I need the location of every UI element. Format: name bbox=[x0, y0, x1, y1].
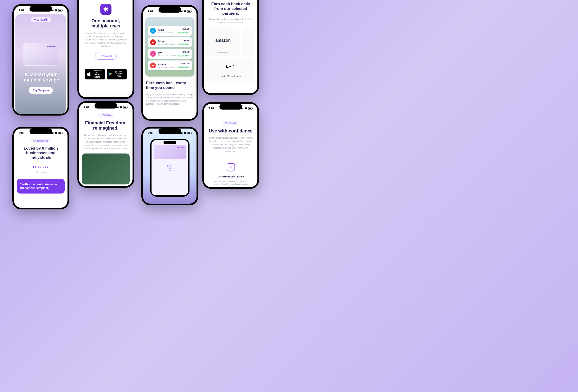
buy-template-button[interactable]: Buy Template bbox=[29, 87, 53, 94]
feature-title: LossGuard Assurance bbox=[218, 175, 244, 178]
transaction-row[interactable]: ●TargetAugust 8, 2023 • Sunday-$6.99Cash… bbox=[147, 37, 192, 47]
status-time: 7:09 bbox=[19, 9, 24, 12]
ai-tag: ✦ Arrival AI bbox=[97, 113, 114, 117]
svg-rect-6 bbox=[62, 10, 63, 11]
notch bbox=[30, 6, 52, 11]
star-icons: ★★★★★ bbox=[38, 166, 49, 169]
transaction-row[interactable]: ●AirbnbAugust 26, 2023 • Saturday-$262.2… bbox=[147, 60, 192, 70]
cashback-body: Enjoy up to 10% cash back on all spendin… bbox=[143, 93, 196, 105]
testimonials-title: Loved by 6 million businesses and indivi… bbox=[18, 146, 63, 160]
transaction-list: ●AT&TJuly 21, 2023 • Monday-$85.70Cash b… bbox=[145, 17, 194, 77]
notch bbox=[30, 129, 52, 134]
phone-hero: 7:09 ✦ arrival® Kickstart your financial… bbox=[12, 4, 69, 116]
phone-onboarding: ✱ One account, multiple uses Discover th… bbox=[77, 0, 134, 99]
ai-photo bbox=[82, 154, 130, 184]
svg-rect-30 bbox=[181, 132, 182, 134]
onboarding-title: One account, multiple uses bbox=[91, 18, 120, 29]
nested-brand: arrival® bbox=[177, 147, 184, 149]
merchant-icon: ● bbox=[150, 62, 156, 68]
ai-title: Financial Freedom, reimagined. bbox=[85, 120, 127, 131]
svg-rect-23 bbox=[117, 107, 118, 108]
shield-plus-icon: + bbox=[227, 163, 235, 172]
nike-logo bbox=[226, 65, 236, 68]
svg-rect-38 bbox=[243, 107, 243, 109]
svg-rect-10 bbox=[182, 10, 183, 12]
ai-body: Our advanced AI-powered tool, Arrival AI… bbox=[83, 134, 128, 150]
get-started-button[interactable]: Get started bbox=[95, 53, 117, 60]
rating: 4.9 ★★★★★ bbox=[33, 166, 49, 169]
notch bbox=[95, 103, 117, 109]
google-play-button[interactable]: GET IT ONGoogle Play bbox=[107, 69, 127, 80]
svg-rect-27 bbox=[128, 107, 128, 108]
svg-rect-20 bbox=[62, 133, 63, 134]
merchant-icon: ● bbox=[150, 28, 156, 34]
partners-body: Browse the app for an expanding selectio… bbox=[204, 16, 257, 24]
svg-rect-26 bbox=[124, 107, 126, 108]
transaction-row[interactable]: ●LyftAugust 19, 2023 • Thursday-$28.80Ca… bbox=[147, 49, 192, 59]
testimonials-tag: 💬 Testimonials bbox=[30, 138, 51, 143]
security-body: Millions of individuals and businesses u… bbox=[208, 136, 253, 153]
svg-rect-41 bbox=[252, 108, 253, 109]
app-store-button[interactable]: Download on theApp Store bbox=[85, 69, 105, 80]
partners-title: Earn cash back daily from our selected p… bbox=[204, 2, 257, 16]
feature-body: We guarantee full coverage for all direc… bbox=[208, 180, 253, 187]
card-visual bbox=[23, 43, 58, 66]
notch bbox=[219, 104, 242, 110]
phone-security: 7:09 🛡 Security Use with confidence Mill… bbox=[202, 102, 259, 189]
svg-rect-37 bbox=[242, 108, 242, 109]
svg-rect-13 bbox=[192, 11, 192, 12]
svg-rect-9 bbox=[181, 11, 182, 12]
phone-partners: Earn cash back daily from our selected p… bbox=[202, 0, 259, 95]
svg-rect-33 bbox=[188, 132, 190, 134]
hero-title: Kickstart your financial voyage bbox=[22, 72, 59, 83]
security-tag: 🛡 Security bbox=[223, 121, 239, 126]
partner-card-amazon[interactable]: amazon % cash back bbox=[206, 28, 240, 56]
svg-rect-2 bbox=[52, 10, 53, 11]
security-title: Use with confidence bbox=[209, 128, 253, 133]
svg-rect-24 bbox=[118, 106, 118, 108]
svg-rect-12 bbox=[188, 11, 190, 12]
notch bbox=[158, 129, 181, 134]
svg-rect-16 bbox=[52, 132, 53, 134]
check-icon: ✓ bbox=[167, 164, 172, 169]
svg-rect-5 bbox=[59, 10, 61, 11]
svg-rect-40 bbox=[249, 108, 251, 109]
amazon-logo: amazon bbox=[215, 38, 231, 43]
cashback-title: Earn cash back every time you spend bbox=[143, 81, 196, 90]
svg-rect-31 bbox=[182, 132, 183, 134]
phone-ai: 7:09 ✦ Arrival AI Financial Freedom, rei… bbox=[77, 101, 134, 188]
phone-testimonials: 7:09 💬 Testimonials Loved by 6 million b… bbox=[12, 127, 69, 209]
transaction-row[interactable]: ●AT&TJuly 21, 2023 • Monday-$85.70Cash b… bbox=[147, 26, 192, 36]
partner-card-nike[interactable]: Up to 8% cash back bbox=[206, 59, 255, 83]
notch bbox=[158, 7, 181, 13]
brand-pill: ✦ arrival® bbox=[31, 17, 50, 22]
merchant-icon: ● bbox=[150, 40, 156, 45]
reviews-count: 10K+ reviews bbox=[35, 171, 47, 174]
onboarding-body: Discover the convenience of comprehensiv… bbox=[83, 32, 128, 48]
status-icons bbox=[50, 9, 63, 11]
testimonial-card: "Without a doubt, Arrival is the fastest… bbox=[17, 179, 65, 194]
phone-cashback: 7:09 ●AT&TJuly 21, 2023 • Monday-$85.70C… bbox=[142, 5, 198, 121]
svg-rect-3 bbox=[53, 9, 53, 11]
svg-rect-17 bbox=[53, 132, 53, 134]
phone-nested: 7:09 arrival® ✓ Done bbox=[142, 127, 198, 205]
svg-rect-19 bbox=[59, 132, 61, 134]
app-icon: ✱ bbox=[100, 4, 111, 15]
partner-card[interactable] bbox=[242, 28, 255, 56]
merchant-icon: ● bbox=[150, 51, 156, 57]
nested-phone: arrival® ✓ Done bbox=[150, 139, 190, 197]
done-label: Done bbox=[151, 170, 188, 172]
svg-rect-34 bbox=[192, 133, 192, 134]
